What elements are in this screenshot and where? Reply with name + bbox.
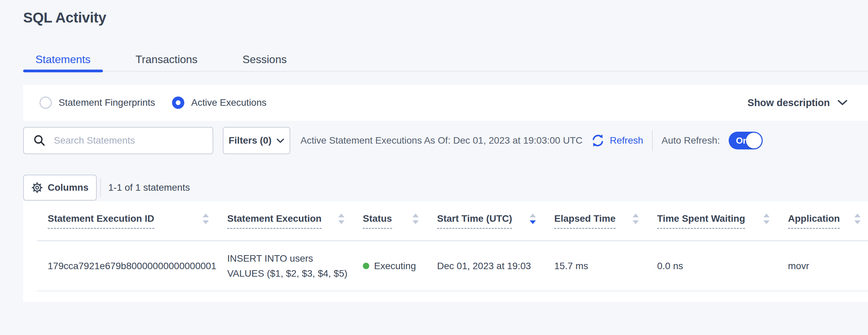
tab-bar: Statements Transactions Sessions	[23, 47, 868, 72]
cell-statement-execution-id: 179cca7921e679b80000000000000001	[37, 241, 216, 291]
chevron-down-icon	[276, 138, 284, 143]
cell-statement-execution: INSERT INTO users VALUES ($1, $2, $3, $4…	[216, 241, 352, 291]
controls-row: Filters (0) Active Statement Executions …	[23, 127, 868, 154]
divider	[100, 178, 101, 197]
column-header-statement-execution-id[interactable]: Statement Execution ID	[37, 201, 216, 241]
divider	[652, 130, 653, 151]
radio-label: Statement Fingerprints	[59, 97, 155, 108]
statements-table-card: Statement Execution ID Statement Executi…	[23, 201, 868, 302]
tab-sessions[interactable]: Sessions	[230, 47, 299, 72]
status-badge: Executing	[374, 261, 416, 272]
cell-elapsed-time: 15.7 ms	[543, 241, 646, 291]
column-header-statement-execution[interactable]: Statement Execution	[216, 201, 352, 241]
gear-icon	[31, 182, 43, 193]
sort-icon	[854, 213, 861, 225]
radio-unselected-icon	[40, 97, 52, 109]
table-row[interactable]: 179cca7921e679b80000000000000001 INSERT …	[37, 241, 868, 291]
as-of-text: Active Statement Executions As Of: Dec 0…	[300, 135, 583, 146]
table-controls-row: Columns 1-1 of 1 statements	[23, 175, 190, 201]
search-icon	[33, 134, 46, 147]
cell-time-spent-waiting: 0.0 ns	[646, 241, 777, 291]
sort-icon	[202, 213, 210, 225]
columns-button[interactable]: Columns	[23, 175, 97, 201]
sort-icon	[412, 213, 419, 225]
sort-icon	[632, 213, 639, 225]
result-count: 1-1 of 1 statements	[108, 182, 190, 193]
refresh-button[interactable]: Refresh	[590, 133, 643, 148]
table-header-row: Statement Execution ID Statement Executi…	[37, 201, 868, 241]
column-header-application[interactable]: Application	[777, 201, 868, 241]
status-dot-icon	[363, 263, 369, 269]
show-description-toggle[interactable]: Show description	[747, 97, 848, 108]
tab-statements[interactable]: Statements	[23, 47, 103, 72]
column-header-start-time[interactable]: Start Time (UTC)	[426, 201, 543, 241]
column-header-status[interactable]: Status	[352, 201, 426, 241]
search-input-wrapper	[23, 127, 213, 154]
column-header-elapsed-time[interactable]: Elapsed Time	[543, 201, 646, 241]
cell-status: Executing	[352, 241, 426, 291]
sort-icon	[763, 213, 770, 225]
refresh-icon	[590, 133, 606, 148]
view-mode-card: Statement Fingerprints Active Executions…	[23, 85, 868, 121]
cell-start-time: Dec 01, 2023 at 19:03	[426, 241, 543, 291]
page-title: SQL Activity	[23, 10, 106, 26]
toggle-knob-icon	[746, 133, 762, 148]
radio-statement-fingerprints[interactable]: Statement Fingerprints	[40, 97, 155, 109]
radio-selected-icon	[172, 97, 184, 109]
sort-desc-icon	[529, 213, 537, 225]
tab-transactions[interactable]: Transactions	[123, 47, 210, 72]
cell-application: movr	[777, 241, 868, 291]
auto-refresh-toggle[interactable]: On	[729, 132, 763, 149]
chevron-down-icon	[837, 100, 848, 106]
search-input[interactable]	[53, 135, 206, 146]
column-header-time-spent-waiting[interactable]: Time Spent Waiting	[646, 201, 777, 241]
auto-refresh-label: Auto Refresh:	[662, 135, 720, 146]
radio-label: Active Executions	[191, 97, 266, 108]
filters-button[interactable]: Filters (0)	[223, 127, 290, 154]
radio-active-executions[interactable]: Active Executions	[172, 97, 266, 109]
sort-icon	[338, 213, 345, 225]
